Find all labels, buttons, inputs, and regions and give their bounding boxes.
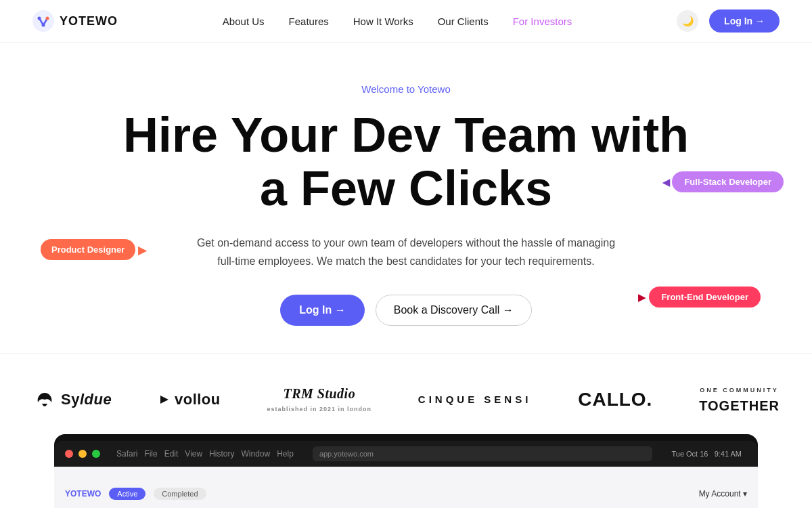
product-designer-badge: Product Designer xyxy=(41,239,135,260)
app-inner-bar: YOTEWO Active Completed My Account ▾ xyxy=(54,467,758,508)
status-completed-pill[interactable]: Completed xyxy=(154,488,206,500)
nav-about[interactable]: About Us xyxy=(223,16,265,27)
mac-title-bar: Safari File Edit View History Window Hel… xyxy=(54,441,758,467)
hero-welcome-text: Welcome to Yotewo xyxy=(32,83,780,95)
logo-cinque-sensi: CINQUE SENSI xyxy=(418,394,532,405)
logo-syldur: Syldue xyxy=(32,387,112,412)
logo-trm-studio: TRM Studio established in 2021 in london xyxy=(267,386,372,412)
dark-mode-toggle[interactable]: 🌙 xyxy=(677,10,698,32)
logo-one-community-together: ONE COMMUNITY TOGETHER xyxy=(699,387,780,412)
svg-marker-4 xyxy=(160,396,168,404)
logo-callo: CALLO. xyxy=(578,389,652,410)
client-logos-section: Syldue vollou TRM Studio established in … xyxy=(0,353,812,434)
mac-maximize-dot xyxy=(92,450,100,458)
login-cta-button[interactable]: Log In → xyxy=(280,295,364,326)
vollou-play-icon xyxy=(158,394,171,406)
url-text: app.yotewo.com xyxy=(319,450,374,458)
logo-vollou: vollou xyxy=(158,391,221,408)
svg-point-2 xyxy=(46,17,49,20)
hero-title-line1: Hire Your Dev Team with xyxy=(123,108,689,162)
svg-point-0 xyxy=(32,10,54,32)
hero-description: Get on-demand access to your own team of… xyxy=(196,234,616,270)
status-active-pill[interactable]: Active xyxy=(109,488,145,500)
nav-how-it-works[interactable]: How It Works xyxy=(353,16,413,27)
discovery-call-button[interactable]: Book a Discovery Call → xyxy=(376,295,532,326)
logos-row: Syldue vollou TRM Studio established in … xyxy=(32,386,780,412)
hero-title-line2: a Few Clicks xyxy=(260,161,552,215)
login-button[interactable]: Log In → xyxy=(709,9,780,33)
browser-menu-safari: Safari File Edit View History Window Hel… xyxy=(116,449,294,459)
logo-text: YOTEWO xyxy=(60,14,118,28)
mac-time: Tue Oct 16 9:41 AM xyxy=(671,450,742,458)
frontend-developer-badge: Front-End Developer xyxy=(649,287,761,308)
mac-minimize-dot xyxy=(78,450,87,458)
svg-point-1 xyxy=(38,17,41,20)
hero-title: Hire Your Dev Team with a Few Clicks xyxy=(32,108,780,215)
nav-features[interactable]: Features xyxy=(289,16,329,27)
nav-right: 🌙 Log In → xyxy=(677,9,780,33)
nav-links: About Us Features How It Works Our Clien… xyxy=(223,16,572,27)
app-logo-text: YOTEWO xyxy=(65,489,101,499)
bird-icon xyxy=(32,387,57,412)
nav-clients[interactable]: Our Clients xyxy=(438,16,489,27)
mac-close-dot xyxy=(65,450,73,458)
navbar: YOTEWO About Us Features How It Works Ou… xyxy=(0,0,812,43)
fullstack-developer-badge: Full-Stack Developer xyxy=(672,171,784,192)
app-preview-container: Safari File Edit View History Window Hel… xyxy=(54,434,758,508)
url-bar[interactable]: app.yotewo.com xyxy=(313,446,653,461)
nav-investors[interactable]: For Investors xyxy=(513,16,572,27)
my-account-menu[interactable]: My Account ▾ xyxy=(699,489,747,499)
hero-section: Welcome to Yotewo Hire Your Dev Team wit… xyxy=(0,43,812,353)
logo[interactable]: YOTEWO xyxy=(32,10,118,32)
moon-icon: 🌙 xyxy=(682,16,694,26)
svg-point-3 xyxy=(42,24,45,27)
